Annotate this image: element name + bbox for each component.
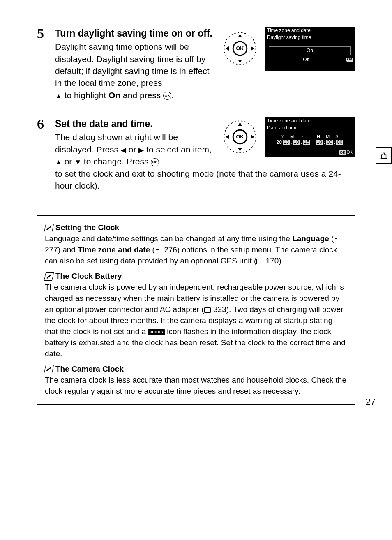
page-ref-icon [334,237,340,242]
note-title-text: Setting the Clock [55,222,119,233]
down-arrow-icon: ▼ [74,158,81,166]
val-month: 10 [293,140,300,145]
ok-button-icon: OK [163,92,171,100]
left-arrow-icon: ◀ [121,146,126,154]
step6-f: to set the clock and exit to shooting mo… [55,169,341,190]
note-icon [44,224,54,232]
datetime-menu-screen: Time zone and date Date and time Y M D H… [265,117,355,157]
step-number: 6 [37,117,55,131]
right-arrow-icon: ▶ [138,146,144,154]
multi-selector-icon: OK [223,31,257,66]
lcd-title: Time zone and date [265,117,355,124]
lcd-title: Time zone and date [265,27,355,34]
svg-text:OK: OK [236,46,244,52]
note-icon [44,365,54,373]
note-title-camera-clock: The Camera Clock [45,364,347,375]
val-sec: 00 [336,140,343,145]
lcd-ok-badge: OK [346,58,354,62]
page-ref-icon [155,248,161,253]
note-title-clock-battery: The Clock Battery [45,271,347,282]
step5-text-2: to highlight [62,90,108,100]
hdr-d: D [300,134,303,139]
val-century: 20 [277,140,282,145]
lcd-subtitle: Date and time [265,124,355,131]
step-title: Set the date and time. [55,117,218,130]
step5-text-1: Daylight saving time options will be dis… [55,42,209,88]
side-tab-icon [376,147,392,164]
val-day: 15 [303,140,310,145]
step5-text-4: . [171,90,174,100]
hdr-s: S [335,134,338,139]
n1b: ( [329,234,334,243]
svg-text:OK: OK [236,134,244,140]
on-label: On [108,90,120,100]
multi-selector-icon: OK [223,120,257,154]
step6-b: or [126,145,138,154]
n1c: ( [150,245,155,254]
note-title-text: The Clock Battery [55,271,122,282]
note-title-text: The Camera Clock [55,364,124,375]
step-number: 5 [37,27,55,41]
step6-c: to select an item, [144,145,212,154]
language-bold: Language [292,234,329,243]
note-icon [44,272,54,281]
manual-page: 5 Turn daylight saving time on or off. D… [0,0,392,417]
step-6: 6 Set the date and time. The dialog show… [37,111,355,201]
dst-menu-screen: Time zone and date Daylight saving time … [265,27,355,71]
page-ref-icon [204,307,211,313]
step5-text-3: and press [120,90,163,100]
hdr-y: Y [281,134,284,139]
note-body-1: Language and date/time settings can be c… [45,233,347,267]
controls-row: OK Time zone and date Date and time Y M … [223,117,355,157]
lcd-option-on: On [269,46,351,55]
note-body-3: The camera clock is less accurate than m… [45,375,347,397]
step6-e: to change. Press [81,157,151,166]
lcd-subtitle: Daylight saving time [265,34,355,41]
hdr-m: M [290,134,294,139]
up-arrow-icon: ▲ [55,92,62,100]
ref-277: 277) and [45,245,78,254]
val-year: 13 [283,140,290,145]
notes-box: Setting the Clock Language and date/time… [37,215,355,405]
controls-row: OK Time zone and date Daylight saving ti… [223,27,355,71]
step-title: Turn daylight saving time on or off. [55,27,218,40]
page-number: 27 [366,397,376,407]
setup-icon [379,151,388,160]
lcd-option-off: Off [266,57,346,62]
clock-icon: CLOCK [148,329,165,335]
step-body: Set the date and time. The dialog shown … [55,117,355,192]
page-ref-icon [256,259,263,264]
date-header-row: Y M D H M S [265,132,355,139]
note-body-2: The camera clock is powered by an indepe… [45,282,347,360]
step-5: 5 Turn daylight saving time on or off. D… [37,21,355,111]
val-min: 00 [326,140,333,145]
lcd-ok-badge: OK [339,150,346,155]
timezone-bold: Time zone and date [78,245,150,254]
ref-170: 170). [263,256,284,265]
step-body: Turn daylight saving time on or off. Day… [55,27,355,101]
step6-d: or [62,157,74,166]
note-title-setting-clock: Setting the Clock [45,222,347,233]
val-hour: 10 [316,140,323,145]
ok-button-icon: OK [151,158,159,166]
lcd-ok-text: OK [347,150,353,155]
hdr-mi: M [326,134,330,139]
up-arrow-icon: ▲ [55,158,62,166]
n1a: Language and date/time settings can be c… [45,234,292,243]
hdr-h: H [317,134,320,139]
lcd-footer: OKOK [265,148,355,157]
date-values-row: 2013.10.15 10:00:00 [265,139,355,148]
